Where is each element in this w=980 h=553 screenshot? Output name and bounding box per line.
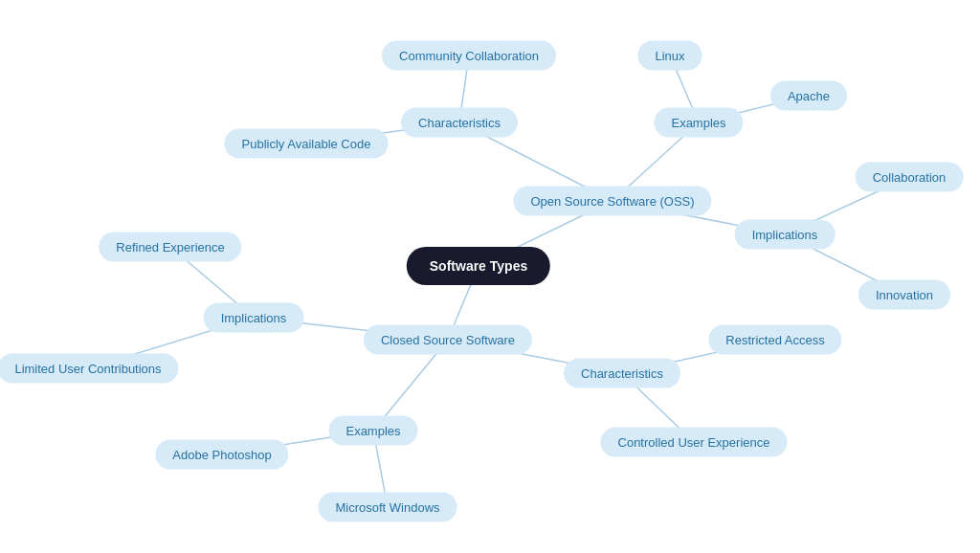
node-limited_user: Limited User Contributions (0, 354, 179, 384)
node-implications_oss: Implications (735, 220, 835, 250)
node-publicly_available: Publicly Available Code (225, 129, 389, 159)
node-implications_css: Implications (204, 303, 304, 333)
node-collaboration: Collaboration (856, 163, 964, 192)
node-controlled: Controlled User Experience (601, 428, 788, 457)
node-examples_oss: Examples (654, 108, 743, 138)
node-oss: Open Source Software (OSS) (513, 187, 711, 216)
node-refined_exp: Refined Experience (99, 232, 241, 262)
node-ms_windows: Microsoft Windows (318, 493, 457, 522)
node-restricted: Restricted Access (708, 325, 841, 355)
node-characteristics_oss: Characteristics (401, 108, 518, 138)
node-examples_css: Examples (328, 416, 417, 446)
node-closed: Closed Source Software (364, 325, 532, 355)
node-characteristics_css: Characteristics (564, 359, 680, 388)
node-center: Software Types (407, 247, 550, 285)
node-adobe: Adobe Photoshop (155, 440, 288, 470)
node-linux: Linux (637, 41, 702, 71)
mind-map: Software TypesOpen Source Software (OSS)… (0, 0, 980, 553)
node-apache: Apache (770, 81, 847, 111)
node-innovation: Innovation (858, 280, 950, 310)
node-community_collab: Community Collaboration (382, 41, 556, 71)
